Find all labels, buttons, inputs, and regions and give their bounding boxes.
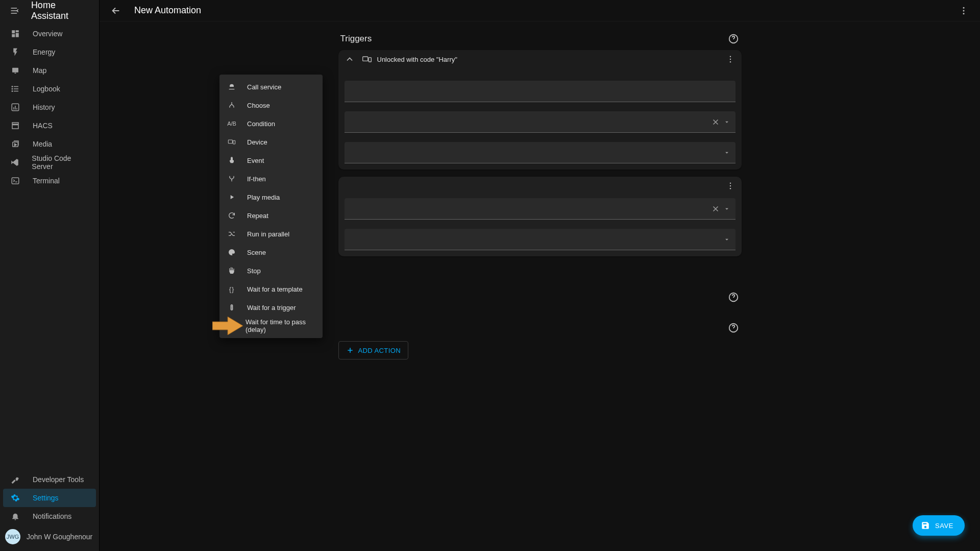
sidebar-user[interactable]: JWG John W Goughenour xyxy=(0,525,99,548)
svg-rect-12 xyxy=(16,108,17,110)
help-icon[interactable] xyxy=(727,322,740,334)
svg-point-33 xyxy=(231,307,232,308)
menu-item-repeat[interactable]: Repeat xyxy=(219,206,323,225)
help-icon[interactable] xyxy=(727,291,740,303)
trigger-field-1[interactable] xyxy=(345,81,736,102)
svg-rect-3 xyxy=(12,34,15,37)
save-label: SAVE xyxy=(935,522,953,530)
trigger-card-head[interactable]: Unlocked with code "Harry" xyxy=(338,50,742,68)
menu-item-label: Choose xyxy=(247,102,270,109)
help-icon[interactable] xyxy=(727,33,740,45)
sidebar-bottom: Developer Tools Settings Notifications J… xyxy=(0,467,99,551)
trigger-field-2[interactable] xyxy=(345,111,736,133)
menu-item-play-media[interactable]: Play media xyxy=(219,188,323,206)
back-button[interactable] xyxy=(107,2,125,20)
trigger2-field-1[interactable] xyxy=(345,198,736,220)
menu-item-wait-trigger[interactable]: Wait for a trigger xyxy=(219,298,323,317)
avatar: JWG xyxy=(5,529,20,544)
flash-icon xyxy=(9,47,21,57)
svg-point-22 xyxy=(729,59,730,60)
menu-item-choose[interactable]: Choose xyxy=(219,96,323,114)
menu-item-scene[interactable]: Scene xyxy=(219,243,323,261)
chevron-up-icon[interactable] xyxy=(342,52,357,66)
sidebar-item-settings[interactable]: Settings xyxy=(3,489,96,507)
menu-item-event[interactable]: Event xyxy=(219,151,323,170)
sidebar: Home Assistant Overview Energy Map Logbo… xyxy=(0,0,100,551)
sidebar-item-terminal[interactable]: Terminal xyxy=(3,172,96,190)
sidebar-item-label: HACS xyxy=(33,122,53,130)
svg-point-17 xyxy=(963,13,965,14)
hammer-icon xyxy=(9,475,21,484)
trigger-field-3[interactable] xyxy=(345,142,736,163)
menu-item-label: Wait for a template xyxy=(247,285,303,293)
svg-point-6 xyxy=(12,86,13,87)
sidebar-item-energy[interactable]: Energy xyxy=(3,43,96,61)
svg-rect-1 xyxy=(16,30,19,32)
sidebar-item-logbook[interactable]: Logbook xyxy=(3,80,96,98)
overflow-menu-button[interactable] xyxy=(954,2,973,20)
sidebar-item-label: Notifications xyxy=(33,512,71,520)
clear-icon[interactable] xyxy=(711,117,720,127)
card-overflow-button[interactable] xyxy=(723,52,738,66)
palette-icon xyxy=(227,248,237,256)
menu-item-stop[interactable]: Stop xyxy=(219,261,323,280)
menu-collapse-icon[interactable] xyxy=(6,2,24,20)
menu-item-label: If-then xyxy=(247,175,266,183)
trigger2-field-2[interactable] xyxy=(345,229,736,250)
timer-icon xyxy=(227,322,235,330)
svg-point-7 xyxy=(12,88,13,89)
map-icon xyxy=(9,66,21,75)
add-action-button[interactable]: ADD ACTION xyxy=(338,341,408,360)
sidebar-item-devtools[interactable]: Developer Tools xyxy=(3,470,96,489)
sidebar-item-overview[interactable]: Overview xyxy=(3,25,96,43)
sidebar-item-media[interactable]: Media xyxy=(3,135,96,153)
menu-item-label: Scene xyxy=(247,249,266,256)
ab-icon: A/B xyxy=(227,121,237,127)
menu-item-wait-template[interactable]: {}Wait for a template xyxy=(219,280,323,298)
sidebar-item-map[interactable]: Map xyxy=(3,61,96,80)
svg-point-26 xyxy=(729,188,730,189)
svg-point-24 xyxy=(729,183,730,184)
menu-item-label: Device xyxy=(247,138,267,146)
menu-item-wait-delay[interactable]: Wait for time to pass (delay) xyxy=(219,317,323,335)
sidebar-item-label: Energy xyxy=(33,48,55,56)
sidebar-item-label: Media xyxy=(33,140,52,148)
cog-icon xyxy=(9,493,21,502)
sidebar-item-vscode[interactable]: Studio Code Server xyxy=(3,153,96,172)
svg-point-15 xyxy=(963,7,965,8)
sidebar-item-history[interactable]: History xyxy=(3,98,96,116)
menu-item-parallel[interactable]: Run in parallel xyxy=(219,225,323,243)
user-name: John W Goughenour xyxy=(27,533,92,541)
play-icon xyxy=(227,194,237,201)
menu-item-call-service[interactable]: Call service xyxy=(219,78,323,96)
svg-rect-19 xyxy=(362,57,368,61)
svg-rect-20 xyxy=(369,58,371,62)
sidebar-item-notifications[interactable]: Notifications xyxy=(3,507,96,525)
gesture-icon xyxy=(227,156,237,164)
hand-icon xyxy=(227,267,237,275)
svg-point-23 xyxy=(729,61,730,62)
chart-icon xyxy=(9,103,21,112)
svg-rect-30 xyxy=(233,140,235,144)
svg-point-34 xyxy=(231,308,232,309)
sidebar-item-hacs[interactable]: HACS xyxy=(3,116,96,135)
sidebar-item-label: Terminal xyxy=(33,177,60,185)
sidebar-item-label: Settings xyxy=(33,494,59,502)
svg-rect-29 xyxy=(228,140,232,143)
menu-item-if-then[interactable]: If-then xyxy=(219,170,323,188)
list-icon xyxy=(9,84,21,93)
trigger-card-body xyxy=(338,68,742,170)
menu-item-device[interactable]: Device xyxy=(219,133,323,151)
svg-point-25 xyxy=(729,185,730,186)
menu-item-condition[interactable]: A/BCondition xyxy=(219,114,323,133)
app-bar: New Automation xyxy=(100,0,980,21)
store-icon xyxy=(9,121,21,130)
sidebar-item-label: Logbook xyxy=(33,85,60,93)
branch-icon xyxy=(227,101,237,109)
clear-icon[interactable] xyxy=(711,204,720,213)
sidebar-item-label: Developer Tools xyxy=(33,475,84,484)
trigger-card-2-head[interactable] xyxy=(338,177,742,195)
chevron-down-icon xyxy=(723,205,730,212)
card-overflow-button[interactable] xyxy=(723,179,738,193)
save-button[interactable]: SAVE xyxy=(913,515,965,536)
